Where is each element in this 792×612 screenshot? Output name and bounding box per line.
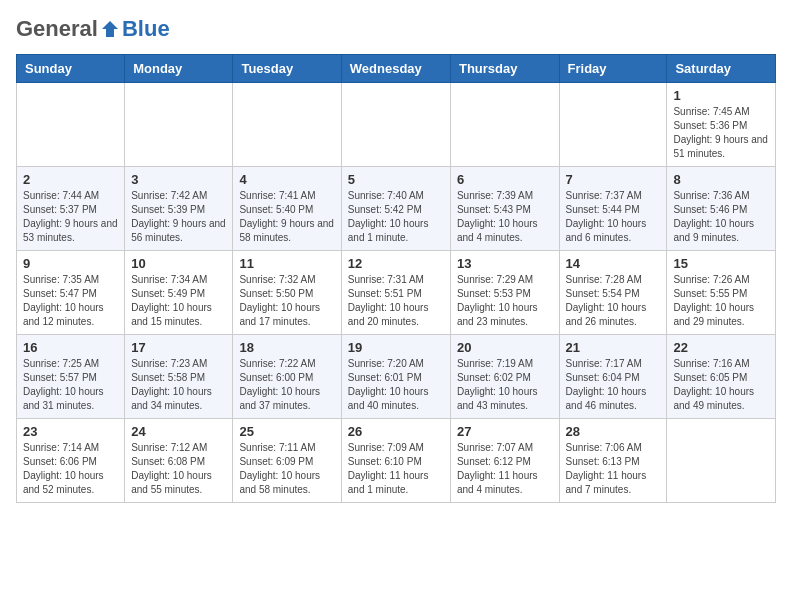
calendar-week-5: 23Sunrise: 7:14 AM Sunset: 6:06 PM Dayli… [17,419,776,503]
day-number: 25 [239,424,334,439]
day-number: 26 [348,424,444,439]
logo: General Blue [16,16,170,42]
day-info: Sunrise: 7:41 AM Sunset: 5:40 PM Dayligh… [239,189,334,245]
calendar-cell: 27Sunrise: 7:07 AM Sunset: 6:12 PM Dayli… [450,419,559,503]
calendar-cell: 16Sunrise: 7:25 AM Sunset: 5:57 PM Dayli… [17,335,125,419]
day-number: 5 [348,172,444,187]
day-info: Sunrise: 7:31 AM Sunset: 5:51 PM Dayligh… [348,273,444,329]
day-number: 17 [131,340,226,355]
day-info: Sunrise: 7:45 AM Sunset: 5:36 PM Dayligh… [673,105,769,161]
calendar-week-1: 1Sunrise: 7:45 AM Sunset: 5:36 PM Daylig… [17,83,776,167]
day-info: Sunrise: 7:40 AM Sunset: 5:42 PM Dayligh… [348,189,444,245]
day-number: 24 [131,424,226,439]
calendar-cell: 10Sunrise: 7:34 AM Sunset: 5:49 PM Dayli… [125,251,233,335]
day-info: Sunrise: 7:20 AM Sunset: 6:01 PM Dayligh… [348,357,444,413]
calendar-cell: 9Sunrise: 7:35 AM Sunset: 5:47 PM Daylig… [17,251,125,335]
calendar-cell: 22Sunrise: 7:16 AM Sunset: 6:05 PM Dayli… [667,335,776,419]
logo-icon [100,19,120,39]
calendar-header-row: SundayMondayTuesdayWednesdayThursdayFrid… [17,55,776,83]
logo-general: General [16,16,98,42]
day-number: 8 [673,172,769,187]
day-number: 14 [566,256,661,271]
calendar-week-4: 16Sunrise: 7:25 AM Sunset: 5:57 PM Dayli… [17,335,776,419]
day-info: Sunrise: 7:34 AM Sunset: 5:49 PM Dayligh… [131,273,226,329]
calendar-cell: 1Sunrise: 7:45 AM Sunset: 5:36 PM Daylig… [667,83,776,167]
svg-marker-0 [102,21,118,37]
calendar-week-3: 9Sunrise: 7:35 AM Sunset: 5:47 PM Daylig… [17,251,776,335]
day-info: Sunrise: 7:44 AM Sunset: 5:37 PM Dayligh… [23,189,118,245]
day-info: Sunrise: 7:29 AM Sunset: 5:53 PM Dayligh… [457,273,553,329]
calendar-cell: 6Sunrise: 7:39 AM Sunset: 5:43 PM Daylig… [450,167,559,251]
day-info: Sunrise: 7:35 AM Sunset: 5:47 PM Dayligh… [23,273,118,329]
calendar-cell: 11Sunrise: 7:32 AM Sunset: 5:50 PM Dayli… [233,251,341,335]
calendar-cell [667,419,776,503]
day-info: Sunrise: 7:22 AM Sunset: 6:00 PM Dayligh… [239,357,334,413]
calendar-cell: 20Sunrise: 7:19 AM Sunset: 6:02 PM Dayli… [450,335,559,419]
calendar-cell: 14Sunrise: 7:28 AM Sunset: 5:54 PM Dayli… [559,251,667,335]
calendar-week-2: 2Sunrise: 7:44 AM Sunset: 5:37 PM Daylig… [17,167,776,251]
calendar-cell: 2Sunrise: 7:44 AM Sunset: 5:37 PM Daylig… [17,167,125,251]
calendar-cell: 18Sunrise: 7:22 AM Sunset: 6:00 PM Dayli… [233,335,341,419]
calendar-cell: 21Sunrise: 7:17 AM Sunset: 6:04 PM Dayli… [559,335,667,419]
weekday-header-monday: Monday [125,55,233,83]
day-info: Sunrise: 7:42 AM Sunset: 5:39 PM Dayligh… [131,189,226,245]
day-number: 18 [239,340,334,355]
day-number: 16 [23,340,118,355]
calendar-cell: 3Sunrise: 7:42 AM Sunset: 5:39 PM Daylig… [125,167,233,251]
calendar-cell [125,83,233,167]
day-number: 7 [566,172,661,187]
logo-blue: Blue [122,16,170,42]
calendar-cell: 25Sunrise: 7:11 AM Sunset: 6:09 PM Dayli… [233,419,341,503]
day-info: Sunrise: 7:09 AM Sunset: 6:10 PM Dayligh… [348,441,444,497]
day-number: 10 [131,256,226,271]
day-info: Sunrise: 7:28 AM Sunset: 5:54 PM Dayligh… [566,273,661,329]
calendar-cell: 28Sunrise: 7:06 AM Sunset: 6:13 PM Dayli… [559,419,667,503]
weekday-header-friday: Friday [559,55,667,83]
day-number: 9 [23,256,118,271]
day-number: 28 [566,424,661,439]
day-info: Sunrise: 7:19 AM Sunset: 6:02 PM Dayligh… [457,357,553,413]
calendar-cell [17,83,125,167]
day-info: Sunrise: 7:16 AM Sunset: 6:05 PM Dayligh… [673,357,769,413]
day-number: 21 [566,340,661,355]
day-number: 19 [348,340,444,355]
day-number: 20 [457,340,553,355]
day-number: 3 [131,172,226,187]
weekday-header-tuesday: Tuesday [233,55,341,83]
day-info: Sunrise: 7:12 AM Sunset: 6:08 PM Dayligh… [131,441,226,497]
calendar-cell [233,83,341,167]
day-info: Sunrise: 7:39 AM Sunset: 5:43 PM Dayligh… [457,189,553,245]
calendar-cell [559,83,667,167]
calendar-cell: 19Sunrise: 7:20 AM Sunset: 6:01 PM Dayli… [341,335,450,419]
day-info: Sunrise: 7:23 AM Sunset: 5:58 PM Dayligh… [131,357,226,413]
calendar-cell: 5Sunrise: 7:40 AM Sunset: 5:42 PM Daylig… [341,167,450,251]
weekday-header-sunday: Sunday [17,55,125,83]
day-info: Sunrise: 7:32 AM Sunset: 5:50 PM Dayligh… [239,273,334,329]
day-info: Sunrise: 7:36 AM Sunset: 5:46 PM Dayligh… [673,189,769,245]
day-info: Sunrise: 7:07 AM Sunset: 6:12 PM Dayligh… [457,441,553,497]
day-info: Sunrise: 7:26 AM Sunset: 5:55 PM Dayligh… [673,273,769,329]
weekday-header-wednesday: Wednesday [341,55,450,83]
day-number: 12 [348,256,444,271]
calendar-cell: 17Sunrise: 7:23 AM Sunset: 5:58 PM Dayli… [125,335,233,419]
calendar-cell: 7Sunrise: 7:37 AM Sunset: 5:44 PM Daylig… [559,167,667,251]
day-number: 4 [239,172,334,187]
calendar-cell: 8Sunrise: 7:36 AM Sunset: 5:46 PM Daylig… [667,167,776,251]
calendar-cell: 13Sunrise: 7:29 AM Sunset: 5:53 PM Dayli… [450,251,559,335]
day-number: 13 [457,256,553,271]
weekday-header-saturday: Saturday [667,55,776,83]
calendar-cell [341,83,450,167]
day-info: Sunrise: 7:17 AM Sunset: 6:04 PM Dayligh… [566,357,661,413]
day-info: Sunrise: 7:06 AM Sunset: 6:13 PM Dayligh… [566,441,661,497]
calendar-cell: 4Sunrise: 7:41 AM Sunset: 5:40 PM Daylig… [233,167,341,251]
day-number: 6 [457,172,553,187]
day-number: 2 [23,172,118,187]
calendar-cell [450,83,559,167]
calendar-table: SundayMondayTuesdayWednesdayThursdayFrid… [16,54,776,503]
day-info: Sunrise: 7:14 AM Sunset: 6:06 PM Dayligh… [23,441,118,497]
day-number: 1 [673,88,769,103]
day-info: Sunrise: 7:37 AM Sunset: 5:44 PM Dayligh… [566,189,661,245]
calendar-cell: 24Sunrise: 7:12 AM Sunset: 6:08 PM Dayli… [125,419,233,503]
calendar-cell: 15Sunrise: 7:26 AM Sunset: 5:55 PM Dayli… [667,251,776,335]
day-info: Sunrise: 7:11 AM Sunset: 6:09 PM Dayligh… [239,441,334,497]
